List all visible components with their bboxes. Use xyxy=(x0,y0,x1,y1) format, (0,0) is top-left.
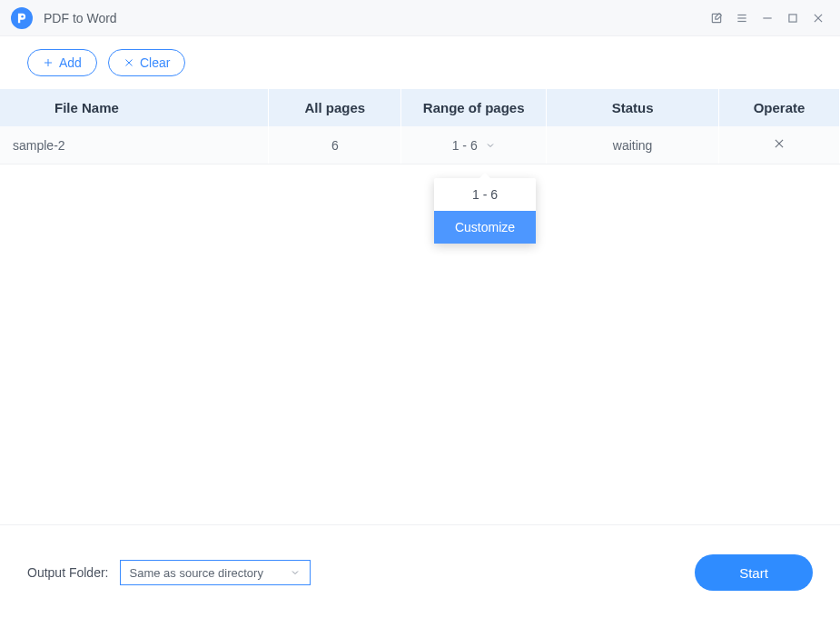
plus-icon xyxy=(43,57,54,68)
cell-operate xyxy=(719,126,840,164)
chevron-down-icon xyxy=(485,140,496,151)
svg-point-0 xyxy=(21,15,24,17)
start-button[interactable]: Start xyxy=(695,554,813,591)
range-selector[interactable]: 1 - 6 xyxy=(452,138,496,153)
delete-row-button[interactable] xyxy=(773,137,786,150)
range-dropdown: 1 - 6 Customize xyxy=(434,178,536,244)
app-logo-icon xyxy=(11,7,33,29)
dropdown-option-customize[interactable]: Customize xyxy=(434,211,536,244)
maximize-icon[interactable] xyxy=(782,7,804,29)
edit-icon[interactable] xyxy=(706,7,727,29)
header-all-pages: All pages xyxy=(269,89,401,126)
clear-button[interactable]: Clear xyxy=(108,49,185,76)
cell-status: waiting xyxy=(547,126,719,164)
output-folder-select[interactable]: Same as source directory xyxy=(120,560,311,585)
footer: Output Folder: Same as source directory … xyxy=(0,527,840,618)
output-folder-label: Output Folder: xyxy=(27,565,109,580)
app-title: PDF to Word xyxy=(44,11,117,25)
output-folder-value: Same as source directory xyxy=(130,566,290,580)
header-status: Status xyxy=(547,89,719,126)
toolbar: Add Clear xyxy=(0,36,840,89)
header-operate: Operate xyxy=(719,89,840,126)
cell-range: 1 - 6 xyxy=(401,126,547,164)
table-row: sample-2 6 1 - 6 waiting xyxy=(0,126,840,164)
add-button[interactable]: Add xyxy=(27,49,97,76)
header-range: Range of pages xyxy=(401,89,547,126)
footer-divider xyxy=(0,524,840,525)
clear-button-label: Clear xyxy=(140,55,170,70)
titlebar: PDF to Word xyxy=(0,0,840,36)
close-icon[interactable] xyxy=(807,7,829,29)
cell-all-pages: 6 xyxy=(269,126,401,164)
x-icon xyxy=(124,57,134,68)
files-table: File Name All pages Range of pages Statu… xyxy=(0,89,840,164)
close-icon xyxy=(773,137,786,150)
add-button-label: Add xyxy=(59,55,82,70)
dropdown-option-range[interactable]: 1 - 6 xyxy=(434,178,536,211)
table-header-row: File Name All pages Range of pages Statu… xyxy=(0,89,840,126)
menu-icon[interactable] xyxy=(731,7,753,29)
header-filename: File Name xyxy=(0,89,269,126)
range-value: 1 - 6 xyxy=(452,138,478,153)
minimize-icon[interactable] xyxy=(756,7,778,29)
chevron-down-icon xyxy=(290,567,301,578)
cell-filename: sample-2 xyxy=(0,126,269,164)
svg-rect-6 xyxy=(789,14,796,21)
